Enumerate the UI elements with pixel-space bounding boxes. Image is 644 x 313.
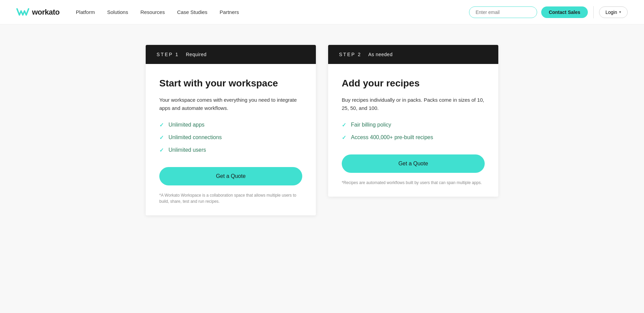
get-quote-button-2[interactable]: Get a Quote bbox=[342, 154, 485, 173]
card1-body: Start with your workspace Your workspace… bbox=[146, 64, 316, 215]
nav-partners[interactable]: Partners bbox=[220, 9, 239, 15]
check-icon: ✓ bbox=[159, 122, 164, 128]
card1-header: STEP 1 Required bbox=[146, 45, 316, 64]
card2-desc: Buy recipes individually or in packs. Pa… bbox=[342, 96, 485, 112]
main-content: STEP 1 Required Start with your workspac… bbox=[0, 24, 644, 236]
card2-features: ✓ Fair billing policy ✓ Access 400,000+ … bbox=[342, 122, 485, 141]
list-item: ✓ Access 400,000+ pre-built recipes bbox=[342, 134, 485, 141]
card1-sublabel: Required bbox=[186, 52, 207, 57]
check-icon: ✓ bbox=[159, 147, 164, 153]
check-icon: ✓ bbox=[342, 122, 346, 128]
card1-footnote: *A Workato Workspace is a collaboration … bbox=[159, 192, 302, 204]
nav-solutions[interactable]: Solutions bbox=[107, 9, 128, 15]
chevron-down-icon: ▾ bbox=[619, 10, 621, 14]
card2-footnote: *Recipes are automated workflows built b… bbox=[342, 180, 485, 186]
card2-header: STEP 2 As needed bbox=[328, 45, 498, 64]
feature-label: Unlimited apps bbox=[168, 122, 205, 128]
list-item: ✓ Unlimited connections bbox=[159, 134, 302, 141]
card1-desc: Your workspace comes with everything you… bbox=[159, 96, 302, 112]
navbar: workato Platform Solutions Resources Cas… bbox=[0, 0, 644, 24]
get-quote-button-1[interactable]: Get a Quote bbox=[159, 167, 302, 185]
logo[interactable]: workato bbox=[16, 7, 60, 17]
logo-icon bbox=[16, 7, 29, 17]
nav-case-studies[interactable]: Case Studies bbox=[177, 9, 207, 15]
contact-sales-button[interactable]: Contact Sales bbox=[541, 6, 588, 18]
card2-title: Add your recipes bbox=[342, 78, 485, 89]
check-icon: ✓ bbox=[159, 134, 164, 141]
list-item: ✓ Unlimited users bbox=[159, 147, 302, 153]
feature-label: Unlimited users bbox=[168, 147, 206, 153]
card-step1: STEP 1 Required Start with your workspac… bbox=[146, 45, 316, 215]
check-icon: ✓ bbox=[342, 134, 346, 141]
nav-platform[interactable]: Platform bbox=[76, 9, 95, 15]
card2-sublabel: As needed bbox=[368, 52, 392, 57]
nav-resources[interactable]: Resources bbox=[140, 9, 165, 15]
nav-divider bbox=[593, 6, 594, 18]
logo-text: workato bbox=[32, 8, 60, 17]
feature-label: Unlimited connections bbox=[168, 134, 222, 141]
email-input[interactable] bbox=[469, 6, 537, 18]
list-item: ✓ Fair billing policy bbox=[342, 122, 485, 128]
login-label: Login bbox=[606, 10, 617, 15]
card1-step: STEP 1 bbox=[157, 52, 179, 57]
card1-features: ✓ Unlimited apps ✓ Unlimited connections… bbox=[159, 122, 302, 153]
card2-step: STEP 2 bbox=[339, 52, 361, 57]
login-button[interactable]: Login ▾ bbox=[599, 6, 628, 18]
nav-right: Contact Sales Login ▾ bbox=[469, 6, 628, 18]
list-item: ✓ Unlimited apps bbox=[159, 122, 302, 128]
card2-body: Add your recipes Buy recipes individuall… bbox=[328, 64, 498, 197]
card1-title: Start with your workspace bbox=[159, 78, 302, 89]
feature-label: Access 400,000+ pre-built recipes bbox=[351, 134, 433, 141]
nav-links: Platform Solutions Resources Case Studie… bbox=[76, 9, 469, 15]
feature-label: Fair billing policy bbox=[351, 122, 391, 128]
card-step2: STEP 2 As needed Add your recipes Buy re… bbox=[328, 45, 498, 197]
